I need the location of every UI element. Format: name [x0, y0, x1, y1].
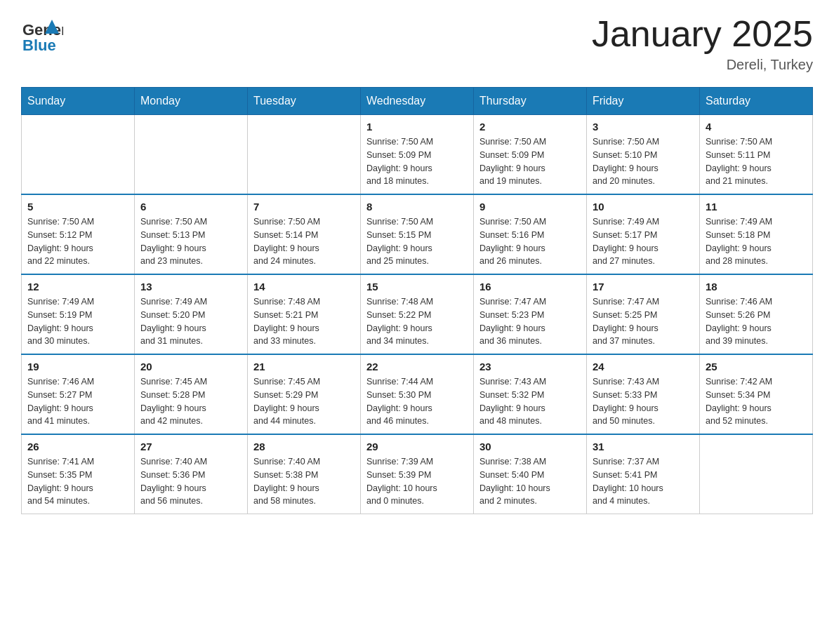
day-info: Sunrise: 7:50 AM Sunset: 5:15 PM Dayligh…	[366, 215, 468, 268]
calendar-cell	[248, 115, 361, 195]
calendar-cell: 3Sunrise: 7:50 AM Sunset: 5:10 PM Daylig…	[587, 115, 700, 195]
day-number: 24	[593, 361, 694, 373]
day-number: 20	[140, 361, 241, 373]
day-number: 14	[253, 281, 355, 293]
day-number: 15	[366, 281, 468, 293]
day-info: Sunrise: 7:49 AM Sunset: 5:19 PM Dayligh…	[27, 295, 128, 348]
day-number: 25	[706, 361, 807, 373]
calendar-table: SundayMondayTuesdayWednesdayThursdayFrid…	[21, 87, 813, 514]
day-info: Sunrise: 7:48 AM Sunset: 5:22 PM Dayligh…	[366, 295, 468, 348]
calendar-cell: 22Sunrise: 7:44 AM Sunset: 5:30 PM Dayli…	[361, 354, 474, 434]
logo-icon: General Blue	[21, 14, 63, 56]
day-info: Sunrise: 7:50 AM Sunset: 5:14 PM Dayligh…	[253, 215, 355, 268]
calendar-cell: 31Sunrise: 7:37 AM Sunset: 5:41 PM Dayli…	[587, 434, 700, 514]
calendar-cell: 26Sunrise: 7:41 AM Sunset: 5:35 PM Dayli…	[22, 434, 135, 514]
calendar-cell: 27Sunrise: 7:40 AM Sunset: 5:36 PM Dayli…	[135, 434, 248, 514]
calendar-cell	[135, 115, 248, 195]
calendar-header-monday: Monday	[135, 88, 248, 115]
calendar-header-sunday: Sunday	[22, 88, 135, 115]
calendar-cell: 29Sunrise: 7:39 AM Sunset: 5:39 PM Dayli…	[361, 434, 474, 514]
day-number: 19	[27, 361, 128, 373]
calendar-header-saturday: Saturday	[700, 88, 813, 115]
calendar-week-4: 19Sunrise: 7:46 AM Sunset: 5:27 PM Dayli…	[22, 354, 813, 434]
day-info: Sunrise: 7:42 AM Sunset: 5:34 PM Dayligh…	[706, 375, 807, 428]
day-info: Sunrise: 7:50 AM Sunset: 5:09 PM Dayligh…	[366, 135, 468, 188]
calendar-cell: 8Sunrise: 7:50 AM Sunset: 5:15 PM Daylig…	[361, 194, 474, 274]
calendar-week-3: 12Sunrise: 7:49 AM Sunset: 5:19 PM Dayli…	[22, 274, 813, 354]
day-number: 13	[140, 281, 241, 293]
day-number: 11	[706, 201, 807, 213]
calendar-cell: 30Sunrise: 7:38 AM Sunset: 5:40 PM Dayli…	[474, 434, 587, 514]
day-number: 29	[366, 441, 468, 452]
day-info: Sunrise: 7:47 AM Sunset: 5:23 PM Dayligh…	[479, 295, 581, 348]
calendar-cell: 20Sunrise: 7:45 AM Sunset: 5:28 PM Dayli…	[135, 354, 248, 434]
calendar-header-wednesday: Wednesday	[361, 88, 474, 115]
day-info: Sunrise: 7:49 AM Sunset: 5:17 PM Dayligh…	[593, 215, 694, 268]
day-info: Sunrise: 7:38 AM Sunset: 5:40 PM Dayligh…	[479, 455, 581, 508]
day-number: 31	[593, 441, 694, 452]
day-number: 9	[479, 201, 581, 213]
logo: General Blue	[21, 14, 67, 56]
day-info: Sunrise: 7:46 AM Sunset: 5:27 PM Dayligh…	[27, 375, 128, 428]
calendar-week-1: 1Sunrise: 7:50 AM Sunset: 5:09 PM Daylig…	[22, 115, 813, 195]
calendar-cell: 25Sunrise: 7:42 AM Sunset: 5:34 PM Dayli…	[700, 354, 813, 434]
calendar-cell: 10Sunrise: 7:49 AM Sunset: 5:17 PM Dayli…	[587, 194, 700, 274]
calendar-cell: 15Sunrise: 7:48 AM Sunset: 5:22 PM Dayli…	[361, 274, 474, 354]
day-info: Sunrise: 7:49 AM Sunset: 5:20 PM Dayligh…	[140, 295, 241, 348]
calendar-cell: 4Sunrise: 7:50 AM Sunset: 5:11 PM Daylig…	[700, 115, 813, 195]
calendar-header-row: SundayMondayTuesdayWednesdayThursdayFrid…	[22, 88, 813, 115]
day-number: 30	[479, 441, 581, 452]
calendar-cell: 18Sunrise: 7:46 AM Sunset: 5:26 PM Dayli…	[700, 274, 813, 354]
day-info: Sunrise: 7:50 AM Sunset: 5:13 PM Dayligh…	[140, 215, 241, 268]
calendar-cell	[22, 115, 135, 195]
day-number: 22	[366, 361, 468, 373]
calendar-cell: 13Sunrise: 7:49 AM Sunset: 5:20 PM Dayli…	[135, 274, 248, 354]
day-number: 10	[593, 201, 694, 213]
day-info: Sunrise: 7:50 AM Sunset: 5:12 PM Dayligh…	[27, 215, 128, 268]
day-info: Sunrise: 7:43 AM Sunset: 5:33 PM Dayligh…	[593, 375, 694, 428]
calendar-cell: 2Sunrise: 7:50 AM Sunset: 5:09 PM Daylig…	[474, 115, 587, 195]
day-info: Sunrise: 7:44 AM Sunset: 5:30 PM Dayligh…	[366, 375, 468, 428]
day-number: 2	[479, 121, 581, 133]
day-info: Sunrise: 7:49 AM Sunset: 5:18 PM Dayligh…	[706, 215, 807, 268]
day-number: 1	[366, 121, 468, 133]
day-info: Sunrise: 7:46 AM Sunset: 5:26 PM Dayligh…	[706, 295, 807, 348]
day-info: Sunrise: 7:50 AM Sunset: 5:16 PM Dayligh…	[479, 215, 581, 268]
calendar-cell	[700, 434, 813, 514]
calendar-cell: 11Sunrise: 7:49 AM Sunset: 5:18 PM Dayli…	[700, 194, 813, 274]
day-info: Sunrise: 7:39 AM Sunset: 5:39 PM Dayligh…	[366, 455, 468, 508]
day-info: Sunrise: 7:45 AM Sunset: 5:29 PM Dayligh…	[253, 375, 355, 428]
calendar-week-2: 5Sunrise: 7:50 AM Sunset: 5:12 PM Daylig…	[22, 194, 813, 274]
day-number: 4	[706, 121, 807, 133]
calendar-cell: 28Sunrise: 7:40 AM Sunset: 5:38 PM Dayli…	[248, 434, 361, 514]
page-title: January 2025	[592, 14, 813, 54]
day-number: 3	[593, 121, 694, 133]
day-number: 17	[593, 281, 694, 293]
day-info: Sunrise: 7:43 AM Sunset: 5:32 PM Dayligh…	[479, 375, 581, 428]
calendar-header-thursday: Thursday	[474, 88, 587, 115]
calendar-cell: 16Sunrise: 7:47 AM Sunset: 5:23 PM Dayli…	[474, 274, 587, 354]
calendar-cell: 1Sunrise: 7:50 AM Sunset: 5:09 PM Daylig…	[361, 115, 474, 195]
day-info: Sunrise: 7:47 AM Sunset: 5:25 PM Dayligh…	[593, 295, 694, 348]
day-number: 12	[27, 281, 128, 293]
day-number: 28	[253, 441, 355, 452]
day-number: 6	[140, 201, 241, 213]
day-info: Sunrise: 7:50 AM Sunset: 5:10 PM Dayligh…	[593, 135, 694, 188]
day-info: Sunrise: 7:37 AM Sunset: 5:41 PM Dayligh…	[593, 455, 694, 508]
svg-text:Blue: Blue	[22, 36, 56, 54]
day-info: Sunrise: 7:50 AM Sunset: 5:11 PM Dayligh…	[706, 135, 807, 188]
calendar-week-5: 26Sunrise: 7:41 AM Sunset: 5:35 PM Dayli…	[22, 434, 813, 514]
calendar-header-friday: Friday	[587, 88, 700, 115]
title-block: January 2025 Dereli, Turkey	[592, 14, 813, 73]
calendar-cell: 5Sunrise: 7:50 AM Sunset: 5:12 PM Daylig…	[22, 194, 135, 274]
day-number: 7	[253, 201, 355, 213]
day-info: Sunrise: 7:45 AM Sunset: 5:28 PM Dayligh…	[140, 375, 241, 428]
calendar-cell: 9Sunrise: 7:50 AM Sunset: 5:16 PM Daylig…	[474, 194, 587, 274]
day-info: Sunrise: 7:40 AM Sunset: 5:36 PM Dayligh…	[140, 455, 241, 508]
page-subtitle: Dereli, Turkey	[592, 57, 813, 73]
day-number: 21	[253, 361, 355, 373]
calendar-cell: 21Sunrise: 7:45 AM Sunset: 5:29 PM Dayli…	[248, 354, 361, 434]
day-number: 23	[479, 361, 581, 373]
calendar-cell: 6Sunrise: 7:50 AM Sunset: 5:13 PM Daylig…	[135, 194, 248, 274]
day-number: 26	[27, 441, 128, 452]
